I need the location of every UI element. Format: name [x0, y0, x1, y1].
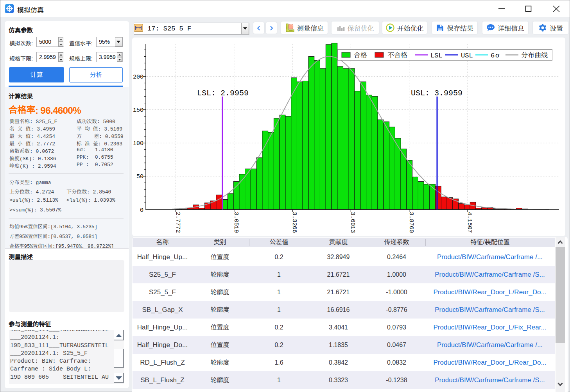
svg-text:4.1507: 4.1507: [466, 212, 473, 233]
svg-text:σ: σ: [495, 52, 500, 59]
svg-text:3.0519: 3.0519: [233, 212, 239, 233]
svg-text:3.6013: 3.6013: [349, 212, 356, 233]
svg-text:LSL: LSL: [430, 52, 443, 59]
svg-text:6: 6: [491, 52, 495, 59]
svg-text:50: 50: [136, 174, 143, 180]
svg-text:100: 100: [133, 140, 143, 147]
svg-text:USL: 3.9959: USL: 3.9959: [411, 89, 462, 98]
svg-text:USL: USL: [461, 52, 473, 59]
svg-text:LSL: 2.9959: LSL: 2.9959: [197, 89, 249, 98]
svg-text:3.8760: 3.8760: [408, 212, 414, 233]
svg-text:合格: 合格: [354, 52, 367, 59]
svg-text:分布曲线: 分布曲线: [521, 52, 548, 59]
svg-text:0: 0: [140, 207, 143, 214]
svg-text:200: 200: [133, 74, 143, 81]
svg-text:150: 150: [133, 107, 143, 114]
svg-text:2.7772: 2.7772: [174, 212, 181, 233]
svg-text:3.3266: 3.3266: [291, 212, 298, 233]
svg-text:不合格: 不合格: [387, 52, 407, 59]
